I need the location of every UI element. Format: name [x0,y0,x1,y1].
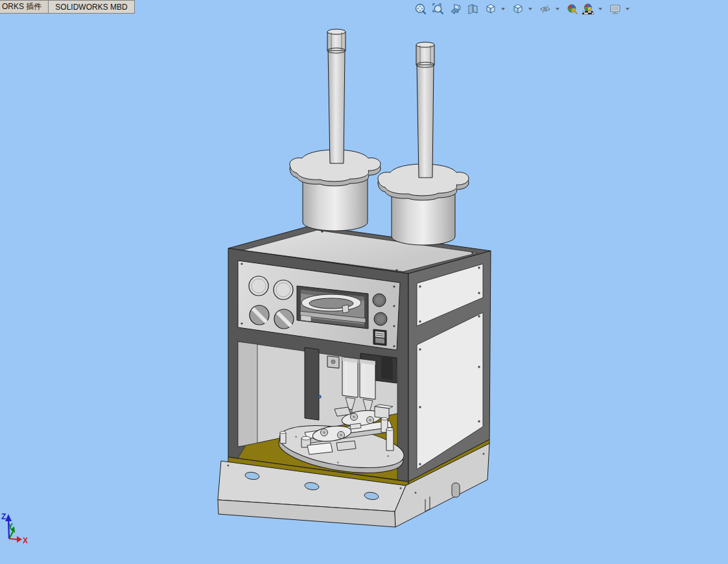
triad-z-label: Z [1,512,6,521]
view-orientation-dropdown[interactable] [499,2,507,16]
chevron-down-icon [626,8,629,10]
chevron-down-icon [556,8,559,10]
zoom-to-area-button[interactable] [431,2,445,16]
chevron-down-icon [528,8,532,10]
section-view-button[interactable] [466,2,480,16]
tab-solidworks-addins[interactable]: ORKS 插件 [0,0,49,14]
cabinet-front[interactable] [228,248,408,487]
view-settings-dropdown[interactable] [624,2,631,16]
edit-appearance-icon [566,3,579,16]
edit-appearance-button[interactable] [565,2,580,16]
view-settings-icon [609,3,622,16]
previous-view-button[interactable] [449,2,463,16]
tab-label: SOLIDWORKS MBD [55,3,127,12]
orientation-triad: Y Z X [1,512,28,545]
tab-solidworks-mbd[interactable]: SOLIDWORKS MBD [48,0,134,14]
apply-scene-icon [581,3,594,16]
zoom-to-fit-button[interactable] [414,2,428,16]
tab-label: ORKS 插件 [2,1,41,12]
view-settings-button[interactable] [608,2,622,16]
previous-view-icon [449,3,462,16]
cylinder-right[interactable] [378,42,469,245]
solidworks-window: Y Z X ORKS 插件 SOLIDWORKS MBD [0,0,728,564]
machine-model[interactable] [218,29,491,527]
hide-show-items-dropdown[interactable] [554,2,561,16]
cylinder-left[interactable] [290,29,381,231]
display-style-icon [511,3,524,16]
view-orientation-icon [484,3,497,16]
apply-scene-dropdown[interactable] [596,2,604,16]
work-chamber[interactable] [238,342,406,480]
display-style-dropdown[interactable] [526,2,534,16]
graphics-area[interactable]: Y Z X [0,0,728,564]
section-view-icon [467,3,480,16]
toggle-switch[interactable] [373,329,386,346]
triad-x-label: X [23,536,28,545]
chevron-down-icon [598,8,602,10]
apply-scene-button[interactable] [581,2,595,16]
zoom-to-fit-icon [414,3,427,16]
commandmanager-tabs: ORKS 插件 SOLIDWORKS MBD [0,0,135,14]
heads-up-view-toolbar [414,2,635,16]
hide-show-items-icon [539,3,552,16]
hide-show-items-button[interactable] [538,2,552,16]
view-orientation-button[interactable] [484,2,498,16]
display-style-button[interactable] [511,2,525,16]
zoom-to-area-icon [432,3,445,16]
chevron-down-icon [501,8,505,10]
base-slot [452,483,460,497]
